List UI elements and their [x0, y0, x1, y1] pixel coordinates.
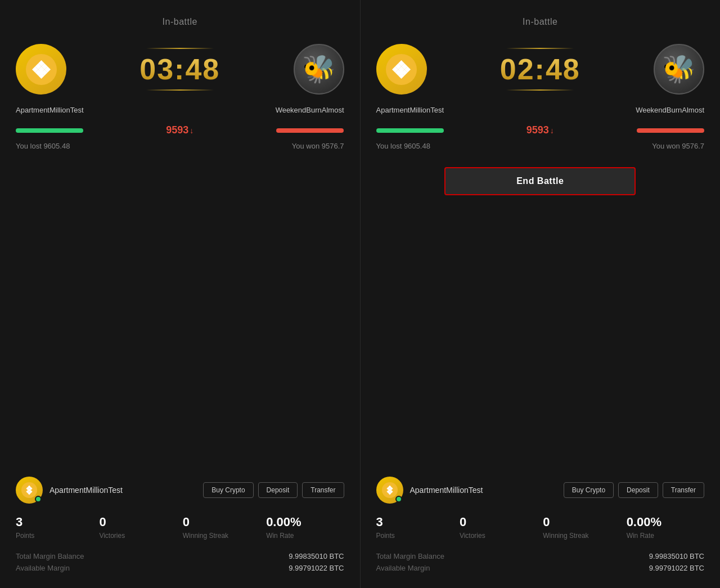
- total-margin-row-left: Total Margin Balance 9.99835010 BTC: [16, 552, 344, 560]
- action-buttons-right: Buy Crypto Deposit Transfer: [564, 482, 704, 498]
- battle-area-right: 02:48 🐝: [376, 44, 705, 95]
- player1-name-right: ApartmentMillionTest: [376, 106, 444, 114]
- stat-points-label-right: Points: [376, 532, 454, 540]
- result-lost-right: You lost 9605.48: [376, 142, 430, 150]
- app-container: In-battle 03:48: [0, 0, 720, 588]
- available-margin-row-left: Available Margin 9.99791022 BTC: [16, 564, 344, 572]
- player-names-right: ApartmentMillionTest WeekendBurnAlmost: [376, 106, 705, 114]
- stat-victories-label-right: Victories: [460, 532, 537, 540]
- progress-bar-left-left: [16, 128, 83, 133]
- result-won-left: You won 9576.7: [292, 142, 344, 150]
- progress-bar-left-right: [376, 128, 444, 133]
- account-row-left: ApartmentMillionTest Buy Crypto Deposit …: [16, 477, 344, 504]
- stat-winrate-label-right: Win Rate: [627, 532, 704, 540]
- stat-victories-right: 0 Victories: [460, 515, 537, 540]
- stat-streak-left: 0 Winning Streak: [183, 515, 260, 540]
- timer-right: 02:48: [427, 52, 654, 86]
- bottom-section-right: ApartmentMillionTest Buy Crypto Deposit …: [376, 477, 705, 572]
- player1-avatar-right: [376, 44, 427, 95]
- result-lost-left: You lost 9605.48: [16, 142, 70, 150]
- stat-points-right: 3 Points: [376, 515, 454, 540]
- battle-area-left: 03:48 🐝: [16, 44, 344, 95]
- result-row-left: You lost 9605.48 You won 9576.7: [16, 142, 344, 150]
- total-margin-row-right: Total Margin Balance 9.99835010 BTC: [376, 552, 705, 560]
- right-panel: In-battle 02:48: [361, 0, 721, 588]
- stat-winrate-right: 0.00% Win Rate: [627, 515, 704, 540]
- stat-points-value-left: 3: [16, 515, 93, 529]
- player1-name-left: ApartmentMillionTest: [16, 106, 84, 114]
- account-bnb-icon-right: [382, 482, 398, 498]
- stat-streak-label-right: Winning Streak: [543, 532, 620, 540]
- transfer-btn-left[interactable]: Transfer: [302, 482, 344, 498]
- player2-name-left: WeekendBurnAlmost: [276, 106, 344, 114]
- timer-left: 03:48: [66, 52, 294, 86]
- deposit-btn-left[interactable]: Deposit: [258, 482, 298, 498]
- score-row-right: 9593 ↓: [376, 124, 705, 136]
- opponent-avatar-left: 🐝: [294, 44, 344, 95]
- score-arrow-right: ↓: [550, 126, 554, 135]
- available-margin-value-left: 9.99791022 BTC: [289, 564, 344, 572]
- bottom-section-left: ApartmentMillionTest Buy Crypto Deposit …: [16, 477, 344, 572]
- player1-avatar-left: [16, 44, 66, 95]
- account-avatar-left: [16, 477, 43, 504]
- stat-victories-left: 0 Victories: [99, 515, 177, 540]
- online-dot-left: [35, 496, 42, 502]
- stat-streak-value-right: 0: [543, 515, 620, 529]
- stat-streak-value-left: 0: [183, 515, 260, 529]
- online-dot-right: [395, 496, 402, 502]
- stat-victories-value-right: 0: [460, 515, 537, 529]
- score-number-right: 9593: [526, 124, 549, 136]
- stat-winrate-left: 0.00% Win Rate: [266, 515, 344, 540]
- total-margin-label-right: Total Margin Balance: [376, 552, 444, 560]
- total-margin-value-right: 9.99835010 BTC: [649, 552, 704, 560]
- deposit-btn-right[interactable]: Deposit: [618, 482, 658, 498]
- action-buttons-left: Buy Crypto Deposit Transfer: [203, 482, 344, 498]
- spacer-left: [16, 167, 344, 477]
- available-margin-label-left: Available Margin: [16, 564, 70, 572]
- stat-points-left: 3 Points: [16, 515, 93, 540]
- stat-winrate-label-left: Win Rate: [266, 532, 344, 540]
- stat-victories-label-left: Victories: [99, 532, 177, 540]
- stat-points-label-left: Points: [16, 532, 93, 540]
- left-panel: In-battle 03:48: [0, 0, 361, 588]
- bnb-logo-left: [26, 54, 57, 85]
- score-number-left: 9593: [166, 124, 188, 136]
- buy-crypto-btn-left[interactable]: Buy Crypto: [203, 482, 253, 498]
- result-row-right: You lost 9605.48 You won 9576.7: [376, 142, 705, 150]
- account-name-right: ApartmentMillionTest: [410, 486, 557, 495]
- spacer-right: [376, 212, 705, 477]
- account-name-left: ApartmentMillionTest: [50, 486, 196, 495]
- opponent-avatar-right: 🐝: [654, 44, 704, 95]
- end-battle-button[interactable]: End Battle: [444, 167, 636, 195]
- balance-section-left: Total Margin Balance 9.99835010 BTC Avai…: [16, 552, 344, 572]
- stat-winrate-value-left: 0.00%: [266, 515, 344, 529]
- bnb-logo-right: [386, 54, 417, 85]
- buy-crypto-btn-right[interactable]: Buy Crypto: [564, 482, 614, 498]
- total-margin-label-left: Total Margin Balance: [16, 552, 84, 560]
- right-panel-title: In-battle: [376, 17, 705, 27]
- total-margin-value-left: 9.99835010 BTC: [289, 552, 344, 560]
- result-won-right: You won 9576.7: [652, 142, 704, 150]
- transfer-btn-right[interactable]: Transfer: [663, 482, 704, 498]
- account-avatar-right: [376, 477, 403, 504]
- account-bnb-icon-left: [21, 482, 37, 498]
- stat-points-value-right: 3: [376, 515, 454, 529]
- player-names-left: ApartmentMillionTest WeekendBurnAlmost: [16, 106, 344, 114]
- stat-streak-label-left: Winning Streak: [183, 532, 260, 540]
- account-row-right: ApartmentMillionTest Buy Crypto Deposit …: [376, 477, 705, 504]
- stat-streak-right: 0 Winning Streak: [543, 515, 620, 540]
- score-value-right: 9593 ↓: [526, 124, 554, 136]
- bee-emoji-left: 🐝: [302, 56, 336, 83]
- available-margin-row-right: Available Margin 9.99791022 BTC: [376, 564, 705, 572]
- bee-emoji-right: 🐝: [662, 56, 696, 83]
- score-arrow-left: ↓: [190, 126, 194, 135]
- stats-grid-right: 3 Points 0 Victories 0 Winning Streak 0.…: [376, 515, 705, 540]
- score-value-left: 9593 ↓: [166, 124, 194, 136]
- progress-bar-right-left: [276, 128, 344, 133]
- balance-section-right: Total Margin Balance 9.99835010 BTC Avai…: [376, 552, 705, 572]
- score-row-left: 9593 ↓: [16, 124, 344, 136]
- stats-grid-left: 3 Points 0 Victories 0 Winning Streak 0.…: [16, 515, 344, 540]
- progress-bar-right-right: [637, 128, 704, 133]
- available-margin-value-right: 9.99791022 BTC: [649, 564, 704, 572]
- stat-victories-value-left: 0: [99, 515, 177, 529]
